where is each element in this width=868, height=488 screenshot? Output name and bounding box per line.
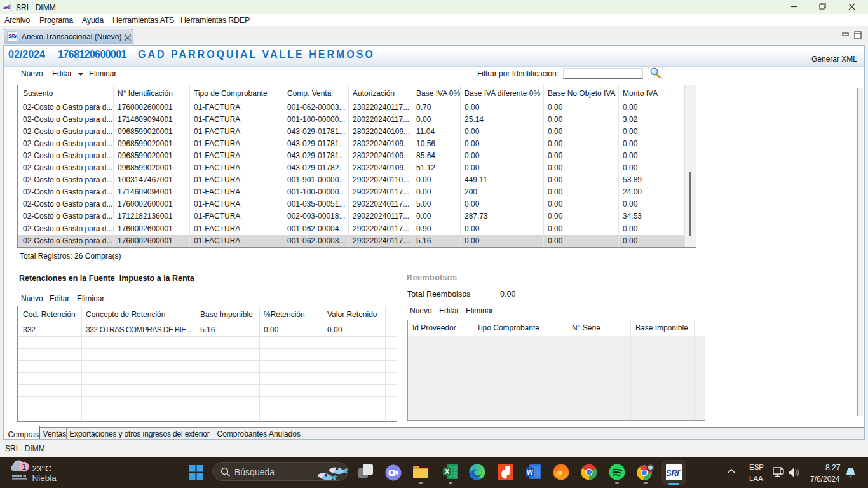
svg-text:1: 1 — [22, 463, 26, 471]
svg-text:X: X — [445, 468, 449, 475]
svg-text:W: W — [527, 468, 533, 476]
